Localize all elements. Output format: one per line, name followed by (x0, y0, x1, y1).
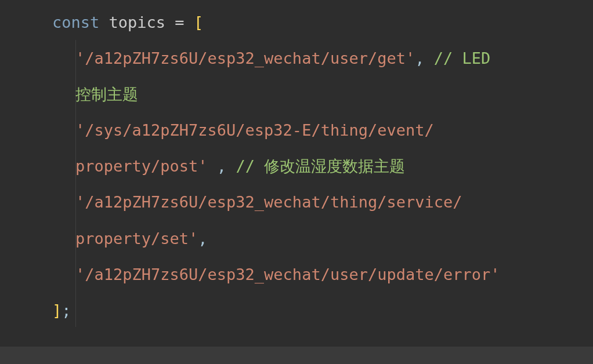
code-editor[interactable]: const topics = [ '/a12pZH7zs6U/esp32_wec… (0, 0, 593, 347)
code-line[interactable]: const topics = [ (52, 5, 593, 41)
code-line[interactable]: '/sys/a12pZH7zs6U/esp32-E/thing/event/ (52, 112, 593, 148)
code-line[interactable]: '/a12pZH7zs6U/esp32_wechat/user/get', //… (52, 41, 593, 77)
code-line[interactable]: property/set', (52, 221, 593, 257)
comma: , (217, 157, 226, 175)
string-literal: property/set' (75, 230, 198, 247)
string-literal: property/post' (75, 157, 208, 175)
code-line[interactable]: '/a12pZH7zs6U/esp32_wechat/user/update/e… (52, 257, 593, 293)
code-line[interactable]: '/a12pZH7zs6U/esp32_wechat/thing/service… (52, 184, 593, 220)
string-literal: '/a12pZH7zs6U/esp32_wechat/user/get' (75, 49, 415, 67)
comment: // LED (434, 49, 491, 67)
variable-topics: topics (109, 13, 166, 31)
bracket-close: ] (52, 301, 62, 319)
comment: // 修改温湿度数据主题 (236, 157, 405, 175)
string-literal: '/a12pZH7zs6U/esp32_wechat/user/update/e… (75, 265, 500, 283)
bottom-bar (0, 347, 593, 364)
comma: , (415, 49, 424, 67)
keyword-const: const (52, 13, 99, 31)
code-line[interactable]: ]; (52, 293, 593, 329)
string-literal: '/a12pZH7zs6U/esp32_wechat/thing/service… (75, 193, 462, 211)
comma: , (198, 230, 207, 247)
code-line[interactable]: 控制主题 (52, 77, 593, 112)
code-line[interactable]: property/post' , // 修改温湿度数据主题 (52, 148, 593, 184)
comment: 控制主题 (75, 85, 138, 103)
string-literal: '/sys/a12pZH7zs6U/esp32-E/thing/event/ (75, 121, 434, 139)
semicolon: ; (62, 301, 71, 319)
bracket-open: [ (194, 13, 203, 31)
operator-equals: = (175, 13, 184, 31)
